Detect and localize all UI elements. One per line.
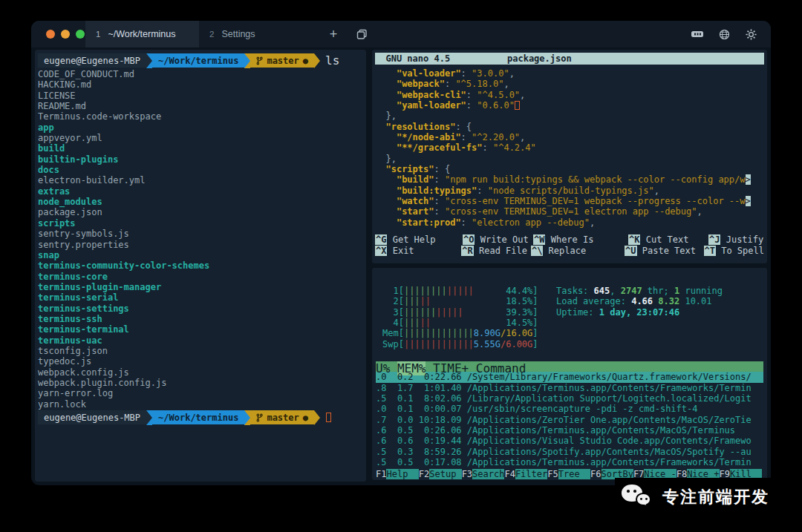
process-row[interactable]: .5 0.3 8:59.26 /Applications/Spotify.app… bbox=[376, 447, 763, 457]
code-segment bbox=[431, 296, 506, 306]
nano-code-line: "watch": "cross-env TERMINUS_DEV=1 webpa… bbox=[375, 196, 764, 206]
code-segment: 8.32 bbox=[658, 296, 685, 306]
shortcut-item: ^W Where Is bbox=[533, 234, 628, 245]
code-segment: : bbox=[477, 185, 487, 196]
code-segment: 3 bbox=[382, 307, 399, 318]
tasks-load-uptime: Tasks: 645, 2747 thr; 1 runningLoad aver… bbox=[556, 286, 723, 318]
code-segment: "webpack" bbox=[397, 79, 445, 89]
code-segment: ] bbox=[532, 328, 538, 338]
tab-work-terminus[interactable]: 1 ~/Work/terminus bbox=[85, 21, 199, 47]
meter-line: 4[||||| 14.5%] bbox=[382, 318, 538, 328]
stat-line: Load average: 4.66 8.32 10.01 bbox=[556, 296, 723, 306]
code-segment: Mem bbox=[382, 328, 399, 338]
watermark-text: 专注前端开发 bbox=[662, 486, 769, 508]
prompt-line: eugene@Eugenes-MBP~/Work/terminusmaster●… bbox=[38, 53, 366, 68]
code-segment: : bbox=[483, 142, 493, 153]
tab-settings[interactable]: 2 Settings bbox=[199, 21, 304, 47]
file-list-item: electron-builder.yml bbox=[38, 175, 366, 185]
meter-line: 3[||||||||||| 39.3%] bbox=[382, 307, 538, 318]
code-segment bbox=[375, 206, 397, 217]
meter-line: 1[||||||||||||| 44.4%] bbox=[382, 286, 538, 296]
file-list-item: node_modules bbox=[38, 197, 366, 207]
code-segment bbox=[375, 217, 397, 228]
nano-filename: package.json bbox=[507, 53, 572, 64]
file-list-item: extras bbox=[38, 186, 366, 197]
code-segment: "cross-env TERMINUS_DEV=1 webpack --prog… bbox=[445, 196, 746, 206]
process-row[interactable]: .5 0.1 8:02.06 /Library/Application Supp… bbox=[376, 393, 763, 404]
nano-code-line: }, bbox=[375, 111, 764, 121]
process-row[interactable]: .7 0.0 10:18.09 /Applications/ZeroTier O… bbox=[376, 415, 763, 425]
fkey-number: F4 bbox=[504, 469, 515, 479]
code-segment: "npm run build:typings && webpack --colo… bbox=[445, 174, 746, 185]
terminal-pane[interactable]: eugene@Eugenes-MBP~/Work/terminusmaster●… bbox=[35, 50, 366, 482]
prompt-user-segment: eugene@Eugenes-MBP bbox=[38, 410, 146, 424]
code-segment: "^4.2.4" bbox=[493, 142, 536, 153]
shortcut-label: Get Help bbox=[387, 234, 435, 245]
code-segment: "build:typings" bbox=[397, 185, 477, 196]
file-list-item: terminus-community-color-schemes bbox=[38, 260, 366, 271]
code-segment: 14.5% bbox=[506, 318, 532, 328]
code-segment: "start" bbox=[397, 206, 434, 217]
code-segment: "^5.18.0" bbox=[455, 79, 503, 89]
fkey-number: F3 bbox=[462, 469, 472, 479]
code-segment: ||||| bbox=[436, 307, 463, 318]
tab-switcher-icon[interactable] bbox=[349, 21, 374, 47]
code-segment: , bbox=[520, 132, 525, 142]
shortcut-label: Cut Text bbox=[640, 234, 688, 245]
nano-version: GNU nano 4.5 bbox=[375, 53, 450, 64]
htop-pane[interactable]: 1[||||||||||||| 44.4%] 2[||||| 18.5%] 3[… bbox=[372, 268, 767, 480]
code-segment: "resolutions" bbox=[385, 122, 455, 132]
connector-icon[interactable] bbox=[685, 21, 710, 47]
maximize-button[interactable] bbox=[76, 30, 85, 39]
tab-index: 2 bbox=[209, 30, 214, 39]
nano-code-line: "*/node-abi": "^2.20.0", bbox=[375, 132, 764, 142]
code-segment: : { bbox=[455, 122, 472, 132]
fkey-label: Help bbox=[386, 469, 418, 479]
code-segment: : bbox=[434, 206, 444, 217]
screenshot-stage: 1 ~/Work/terminus 2 Settings + bbox=[0, 0, 802, 532]
file-list-item: terminus-plugin-manager bbox=[38, 282, 366, 292]
shortcut-key: ^R bbox=[461, 246, 473, 256]
code-segment: "0.6.0" bbox=[477, 100, 515, 111]
stat-line: Tasks: 645, 2747 thr; 1 running bbox=[556, 286, 723, 296]
nano-editor-pane[interactable]: GNU nano 4.5 package.json "val-loader": … bbox=[372, 50, 767, 263]
code-segment: 645 bbox=[594, 286, 610, 296]
code-segment: , bbox=[503, 79, 509, 89]
code-segment bbox=[515, 101, 520, 110]
code-segment: Load average: bbox=[556, 296, 631, 306]
shortcut-item: ^O Write Out bbox=[463, 234, 533, 245]
branch-name: master bbox=[267, 56, 299, 66]
code-segment: }, bbox=[375, 154, 397, 164]
file-list-item: sentry.properties bbox=[38, 240, 366, 250]
process-row[interactable]: .6 0.5 0:26.06 /Applications/Terminus.ap… bbox=[376, 425, 763, 436]
code-segment: : bbox=[461, 132, 472, 142]
code-segment: |||||| bbox=[404, 307, 436, 318]
globe-icon[interactable] bbox=[711, 21, 737, 47]
code-segment: : bbox=[461, 217, 472, 228]
process-row[interactable]: .8 1.7 1:01.40 /Applications/Terminus.ap… bbox=[376, 383, 763, 393]
code-segment: "build" bbox=[397, 174, 434, 185]
ls-output: CODE_OF_CONDUCT.mdHACKING.mdLICENSEREADM… bbox=[38, 69, 366, 410]
code-segment: ] bbox=[532, 339, 538, 349]
file-list-item: package.json bbox=[38, 207, 366, 217]
code-segment: /16.0G bbox=[501, 328, 532, 338]
shortcut-key: ^\ bbox=[531, 246, 543, 256]
shortcut-label: Where Is bbox=[545, 234, 593, 245]
close-button[interactable] bbox=[46, 30, 55, 39]
branch-dirty-dot: ● bbox=[303, 413, 308, 423]
code-segment: : bbox=[466, 100, 477, 111]
new-tab-button[interactable]: + bbox=[321, 21, 346, 47]
tab-label: Settings bbox=[221, 29, 255, 39]
process-row[interactable]: .0 0.2 0:22.66 /System/Library/Framework… bbox=[376, 372, 763, 382]
powerline-arrow bbox=[244, 410, 250, 425]
gear-icon[interactable] bbox=[738, 21, 763, 47]
process-row[interactable]: .5 0.5 0:17.08 /Applications/Terminus.ap… bbox=[376, 457, 763, 467]
minimize-button[interactable] bbox=[61, 30, 70, 39]
code-segment: }, bbox=[375, 111, 397, 121]
shortcut-label: Read File bbox=[474, 246, 527, 256]
code-segment: "**/graceful-fs" bbox=[397, 142, 483, 153]
code-segment: "cross-env TERMINUS_DEV=1 electron app -… bbox=[445, 206, 697, 217]
code-segment bbox=[431, 318, 506, 328]
process-row[interactable]: .6 0.6 0:19.44 /Applications/Visual Stud… bbox=[376, 436, 763, 446]
process-row[interactable]: .0 0.1 0:00.07 /usr/sbin/screencapture -… bbox=[376, 404, 763, 414]
